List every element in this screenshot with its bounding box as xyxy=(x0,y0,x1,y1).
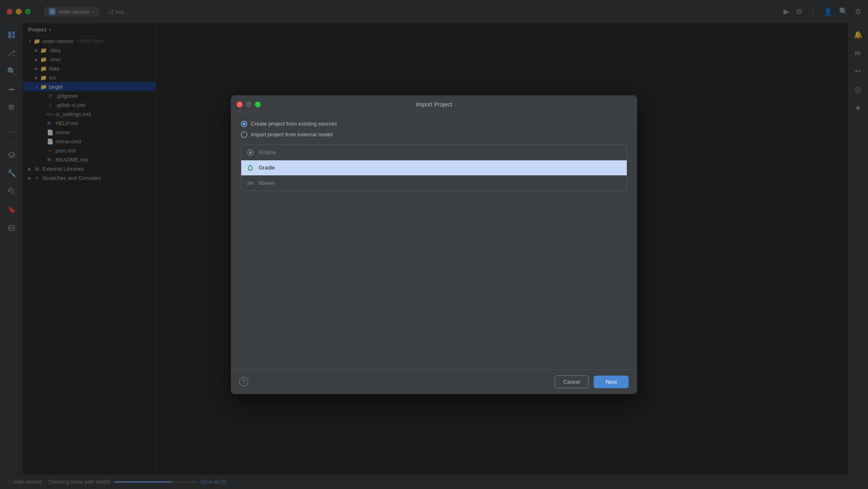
modal-body: Create project from existing sources Imp… xyxy=(231,112,637,369)
model-item-eclipse[interactable]: Eclipse xyxy=(241,145,627,160)
modal-overlay: Import Project Create project from exist… xyxy=(0,0,868,489)
gradle-icon xyxy=(246,164,255,172)
maven-label: Maven xyxy=(259,180,275,186)
svg-point-11 xyxy=(250,165,251,167)
modal-maximize-button[interactable] xyxy=(255,102,261,107)
eclipse-label: Eclipse xyxy=(259,149,276,155)
next-button[interactable]: Next xyxy=(594,375,629,388)
model-item-gradle[interactable]: Gradle xyxy=(241,160,627,176)
svg-point-10 xyxy=(248,169,252,171)
model-item-maven[interactable]: m m Maven xyxy=(241,176,627,191)
radio-create-label: Create project from existing sources xyxy=(251,121,337,127)
eclipse-icon xyxy=(246,148,255,157)
model-list: Eclipse Gradle xyxy=(241,145,627,191)
modal-title: Import Project xyxy=(416,101,452,108)
svg-point-9 xyxy=(249,151,252,154)
help-button[interactable]: ? xyxy=(239,377,248,386)
radio-import-label: Import project from external model xyxy=(251,131,333,138)
modal-traffic-lights xyxy=(237,102,261,107)
radio-create-btn[interactable] xyxy=(241,121,247,127)
import-project-dialog: Import Project Create project from exist… xyxy=(231,95,637,394)
svg-text:m: m xyxy=(250,181,254,186)
cancel-button[interactable]: Cancel xyxy=(555,375,589,388)
modal-titlebar: Import Project xyxy=(231,95,637,112)
modal-footer: ? Cancel Next xyxy=(231,369,637,394)
modal-close-button[interactable] xyxy=(237,102,242,107)
maven-icon: m m xyxy=(246,179,255,187)
gradle-label: Gradle xyxy=(259,165,275,171)
radio-import-external[interactable]: Import project from external model xyxy=(241,131,627,138)
radio-import-btn[interactable] xyxy=(241,131,247,138)
modal-minimize-button[interactable] xyxy=(246,102,252,107)
radio-create-existing[interactable]: Create project from existing sources xyxy=(241,121,627,127)
